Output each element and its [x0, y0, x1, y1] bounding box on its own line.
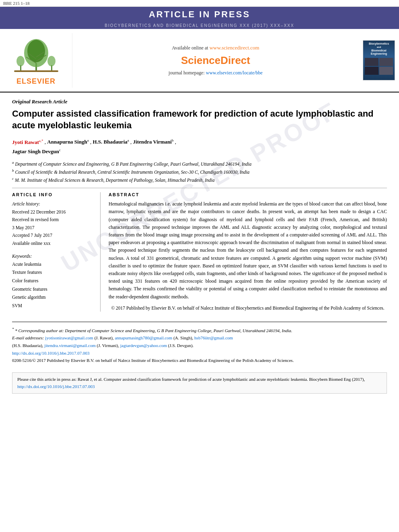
- content-wrapper: Original Research Article Computer assis…: [12, 99, 387, 312]
- banner-left-text: BBE 215 1–18: [3, 1, 29, 6]
- svg-point-10: [47, 56, 56, 66]
- article-title: Computer assisted classification framewo…: [12, 108, 387, 131]
- affiliation-b: b Council of Scientific & Industrial Res…: [12, 168, 387, 176]
- corresponding-author: * * Corresponding author at: Department …: [12, 326, 387, 334]
- article-info-heading: ARTICLE INFO: [12, 192, 94, 197]
- keyword-acute-leukemia: Acute leukemia: [12, 260, 94, 269]
- elsevier-tree-icon: [12, 35, 60, 75]
- affiliation-a: a Department of Computer Science and Eng…: [12, 160, 387, 168]
- received-date: Received 22 December 2016: [12, 208, 94, 216]
- keywords-label: Keywords:: [12, 254, 94, 259]
- available-online: Available online xxx: [12, 240, 94, 248]
- elsevier-logo-section: ELSEVIER: [0, 33, 72, 88]
- citation-doi-link[interactable]: http://dx.doi.org/10.1016/j.bbe.2017.07.…: [17, 384, 95, 389]
- journal-url[interactable]: www.elsevier.com/locate/bbe: [206, 70, 263, 76]
- doi-link-line: http://dx.doi.org/10.1016/j.bbe.2017.07.…: [12, 349, 387, 357]
- received-revised-label: Received in revised form: [12, 216, 94, 224]
- author-annapurna: Annapurna Singh: [47, 139, 87, 145]
- email-addresses: E-mail addresses: jyotisonirawat@gmail.c…: [12, 334, 387, 349]
- affiliation-c: c M. M. Institute of Medical Sciences & …: [12, 176, 387, 184]
- footer-divider: [12, 322, 387, 322]
- svg-point-8: [16, 56, 25, 66]
- citation-box: Please cite this article in press as: Ra…: [12, 372, 387, 394]
- author-devgun: Jagtar Singh Devgun: [12, 148, 59, 154]
- sciencedirect-url[interactable]: www.sciencedirect.com: [210, 45, 259, 51]
- svg-rect-11: [14, 70, 58, 72]
- keywords-section: Keywords: Acute leukemia Texture feature…: [12, 254, 94, 310]
- abstract-column: ABSTRACT Hematological malignancies i.e.…: [109, 192, 387, 312]
- header-right: Biocybernetics and BiomedicalEngineering: [359, 33, 399, 88]
- journal-bar-text: BIOCYBERNETICS AND BIOMEDICAL ENGINEERIN…: [105, 23, 294, 28]
- email-virmani[interactable]: jitendra.virmani@gmail.com: [44, 343, 95, 348]
- main-content: UNCORRECTED PROOF Original Research Arti…: [0, 92, 399, 316]
- journal-homepage-text: journal homepage: www.elsevier.com/locat…: [169, 70, 263, 76]
- article-info-column: ARTICLE INFO Article history: Received 2…: [12, 192, 101, 312]
- sciencedirect-logo: ScienceDirect: [181, 54, 250, 67]
- keyword-svm: SVM: [12, 302, 94, 310]
- article-in-press-bar: ARTICLE IN PRESS: [0, 7, 399, 22]
- article-in-press-text: ARTICLE IN PRESS: [149, 9, 250, 19]
- revised-date: 3 May 2017: [12, 224, 94, 232]
- journal-cover-title: Biocybernetics and BiomedicalEngineering: [369, 42, 389, 56]
- available-online-text: Available online at www.sciencedirect.co…: [172, 45, 259, 51]
- article-type: Original Research Article: [12, 99, 387, 105]
- keyword-geometric: Geometric features: [12, 285, 94, 294]
- keyword-texture: Texture features: [12, 268, 94, 277]
- header-area: ELSEVIER Available online at www.science…: [0, 29, 399, 92]
- issn-line: 0208-5216/© 2017 Published by Elsevier B…: [12, 357, 387, 364]
- email-singh[interactable]: annapurnasingh780@gmail.com: [115, 335, 172, 340]
- email-rawat[interactable]: jyotisonirawat@gmail.com: [45, 335, 93, 340]
- footer-content: * * Corresponding author at: Department …: [0, 324, 399, 368]
- accepted-date: Accepted 7 July 2017: [12, 232, 94, 240]
- top-banner: BBE 215 1–18: [0, 0, 399, 7]
- author-bhadauria: H.S. Bhadauria: [93, 139, 127, 145]
- journal-cover-thumbnails: [365, 58, 393, 75]
- abstract-heading: ABSTRACT: [109, 192, 387, 197]
- citation-text: Please cite this article in press as: Ra…: [17, 377, 365, 382]
- email-bhadauria[interactable]: hsb76iitr@gmail.com: [194, 335, 233, 340]
- abstract-text: Hematological malignancies i.e. acute ly…: [109, 200, 387, 300]
- author-jyoti-rawat[interactable]: Jyoti Rawata,*: [12, 139, 45, 145]
- affiliations-section: a Department of Computer Science and Eng…: [12, 160, 387, 184]
- journal-cover-image: Biocybernetics and BiomedicalEngineering: [363, 40, 395, 80]
- keyword-genetic-algorithm: Genetic algorithm: [12, 293, 94, 302]
- author-virmani: Jitendra Virmani: [133, 139, 172, 145]
- elsevier-brand-text: ELSEVIER: [16, 77, 56, 86]
- history-label: Article history:: [12, 200, 94, 208]
- two-column-section: ARTICLE INFO Article history: Received 2…: [12, 188, 387, 312]
- doi-link[interactable]: http://dx.doi.org/10.1016/j.bbe.2017.07.…: [12, 351, 90, 355]
- authors-section: Jyoti Rawata,* , Annapurna Singha , H.S.…: [12, 137, 387, 156]
- header-center: Available online at www.sciencedirect.co…: [72, 33, 359, 88]
- journal-bar: BIOCYBERNETICS AND BIOMEDICAL ENGINEERIN…: [0, 22, 399, 29]
- email-devgun[interactable]: jagtardevgun@yahoo.com: [120, 343, 167, 348]
- article-history: Article history: Received 22 December 20…: [12, 200, 94, 247]
- abstract-copyright: © 2017 Published by Elsevier B.V. on beh…: [109, 305, 387, 312]
- keyword-color: Color features: [12, 277, 94, 285]
